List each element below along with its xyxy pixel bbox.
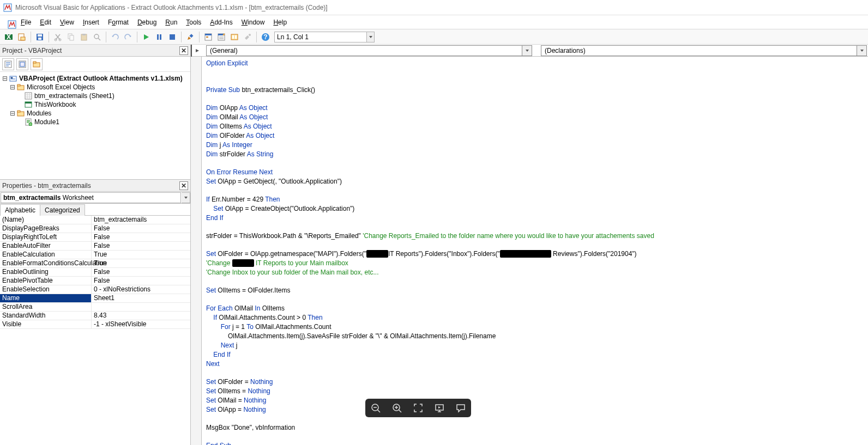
folder-icon — [16, 109, 25, 118]
code-text[interactable]: Option Explicit Private Sub btn_extracte… — [202, 57, 868, 445]
svg-rect-17 — [157, 34, 159, 40]
svg-rect-44 — [17, 111, 20, 112]
property-value[interactable]: Sheet1 — [92, 294, 190, 302]
property-row[interactable]: NameSheet1 — [0, 294, 190, 303]
property-row[interactable]: EnableOutliningFalse — [0, 268, 190, 277]
property-value[interactable]: False — [92, 233, 190, 241]
object-browser-icon[interactable] — [228, 31, 240, 43]
property-value[interactable] — [92, 303, 190, 311]
property-row[interactable]: StandardWidth8.43 — [0, 312, 190, 320]
present-icon[interactable] — [432, 400, 447, 416]
dropdown-arrow-icon[interactable] — [857, 45, 867, 56]
project-close-icon[interactable]: ✕ — [179, 46, 188, 55]
reset-icon[interactable] — [166, 31, 178, 43]
menu-file[interactable]: File — [16, 16, 35, 28]
menu-view[interactable]: View — [56, 16, 79, 28]
margin-indicator-bar[interactable] — [191, 57, 202, 445]
property-value[interactable]: -1 - xlSheetVisible — [92, 320, 190, 328]
dropdown-arrow-icon[interactable] — [182, 192, 190, 203]
tab-categorized[interactable]: Categorized — [40, 204, 85, 216]
properties-object-selector[interactable]: btm_extractemails Worksheet — [0, 192, 190, 204]
property-row[interactable]: EnableFormatConditionsCalculationTrue — [0, 259, 190, 268]
property-row[interactable]: ScrollArea — [0, 303, 190, 312]
properties-tabs: Alphabetic Categorized — [0, 204, 190, 216]
toggle-folders-icon[interactable] — [31, 58, 43, 70]
line-col-dropdown-icon[interactable] — [367, 32, 375, 42]
property-value[interactable]: btm_extractemails — [92, 216, 190, 224]
property-row[interactable]: DisplayRightToLeftFalse — [0, 233, 190, 242]
property-value[interactable]: 0 - xlNoRestrictions — [92, 285, 190, 294]
design-mode-icon[interactable] — [184, 31, 196, 43]
property-row[interactable]: EnableSelection0 - xlNoRestrictions — [0, 285, 190, 294]
redo-icon[interactable] — [122, 31, 134, 43]
property-row[interactable]: EnableAutoFilterFalse — [0, 242, 190, 251]
save-icon[interactable] — [34, 31, 46, 43]
svg-rect-8 — [38, 38, 41, 40]
toolbox-icon[interactable] — [242, 31, 254, 43]
fullscreen-icon[interactable] — [411, 400, 426, 416]
property-row[interactable]: EnableCalculationTrue — [0, 251, 190, 259]
menu-help[interactable]: Help — [269, 16, 291, 28]
module1-node[interactable]: Module1 — [34, 118, 59, 126]
property-value[interactable]: False — [92, 277, 190, 285]
copy-icon[interactable] — [65, 31, 77, 43]
property-value[interactable]: True — [92, 251, 190, 259]
view-excel-icon[interactable]: X — [3, 31, 15, 43]
properties-close-icon[interactable]: ✕ — [179, 181, 188, 190]
property-name: DisplayRightToLeft — [0, 233, 92, 241]
modules-folder[interactable]: Modules — [27, 109, 51, 117]
object-procedure-bar: (General) (Declarations) — [191, 45, 868, 57]
menu-addins[interactable]: Add-Ins — [206, 16, 237, 28]
menu-debug[interactable]: Debug — [133, 16, 161, 28]
find-icon[interactable] — [91, 31, 103, 43]
property-row[interactable]: (Name)btm_extractemails — [0, 216, 190, 224]
help-icon[interactable]: ? — [260, 31, 272, 43]
properties-grid[interactable]: (Name)btm_extractemailsDisplayPageBreaks… — [0, 216, 190, 445]
sheet-node[interactable]: btm_extractemails (Sheet1) — [34, 92, 114, 100]
svg-text:?: ? — [263, 33, 267, 41]
menu-tools[interactable]: Tools — [182, 16, 206, 28]
view-code-icon[interactable] — [2, 58, 14, 70]
property-row[interactable]: DisplayPageBreaksFalse — [0, 224, 190, 233]
cut-icon[interactable] — [52, 31, 64, 43]
comment-icon[interactable] — [453, 400, 468, 416]
property-value[interactable]: False — [92, 268, 190, 276]
vbaproject-icon — [9, 74, 17, 83]
paste-icon[interactable] — [78, 31, 90, 43]
project-explorer-icon[interactable] — [202, 31, 214, 43]
dropdown-arrow-icon[interactable] — [522, 45, 532, 56]
menu-window[interactable]: Window — [237, 16, 269, 28]
properties-window-icon[interactable] — [215, 31, 227, 43]
property-value[interactable]: False — [92, 242, 190, 250]
menu-insert[interactable]: Insert — [79, 16, 104, 28]
svg-line-51 — [399, 410, 401, 412]
break-icon[interactable] — [153, 31, 165, 43]
run-icon[interactable] — [140, 31, 152, 43]
property-value[interactable]: False — [92, 224, 190, 233]
insert-module-icon[interactable] — [16, 31, 28, 43]
property-value[interactable]: 8.43 — [92, 312, 190, 320]
project-tree[interactable]: ⊟VBAProject (Extract Outlook Attachments… — [0, 72, 190, 179]
excel-objects-folder[interactable]: Microsoft Excel Objects — [27, 83, 95, 91]
svg-rect-27 — [232, 35, 234, 39]
tab-alphabetic[interactable]: Alphabetic — [0, 204, 40, 216]
project-root[interactable]: VBAProject (Extract Outlook Attachments … — [19, 75, 183, 82]
code-editor[interactable]: Option Explicit Private Sub btn_extracte… — [191, 57, 868, 445]
menu-run[interactable]: Run — [161, 16, 182, 28]
menu-format[interactable]: Format — [104, 16, 133, 28]
property-value[interactable]: True — [92, 259, 190, 267]
property-name: DisplayPageBreaks — [0, 224, 92, 233]
property-row[interactable]: Visible-1 - xlSheetVisible — [0, 320, 190, 329]
object-combo[interactable]: (General) — [206, 45, 532, 56]
thisworkbook-node[interactable]: ThisWorkbook — [34, 101, 76, 108]
property-row[interactable]: EnablePivotTableFalse — [0, 277, 190, 285]
svg-rect-12 — [70, 35, 74, 40]
undo-icon[interactable] — [109, 31, 121, 43]
view-object-icon[interactable] — [16, 58, 28, 70]
procedure-combo[interactable]: (Declarations) — [541, 45, 867, 56]
zoom-out-icon[interactable] — [368, 400, 383, 416]
zoom-in-icon[interactable] — [389, 400, 405, 416]
project-splitter-icon[interactable] — [191, 45, 203, 57]
svg-rect-39 — [17, 84, 20, 86]
menu-edit[interactable]: Edit — [35, 16, 56, 28]
